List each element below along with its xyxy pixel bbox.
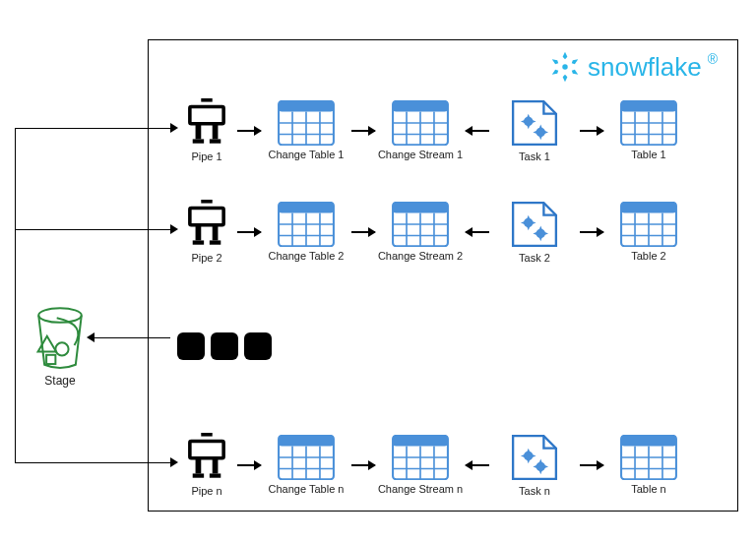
svg-rect-19: [393, 101, 448, 112]
change-table: Change Table 1: [262, 100, 350, 160]
change-table-label: Change Table 1: [269, 149, 345, 160]
change-stream-label: Change Stream n: [378, 483, 463, 495]
diagram-canvas: snowflake ® Stage: [0, 0, 756, 542]
arrow-left-icon: [466, 231, 489, 233]
arrow-right-icon: [237, 130, 261, 132]
pipe-label: Pipe n: [191, 485, 221, 497]
table-icon: [392, 100, 449, 146]
table: Table 2: [604, 202, 693, 262]
pipe: Pipe 2: [177, 200, 236, 264]
task: Task n: [490, 433, 579, 497]
arrow-right-icon: [351, 130, 375, 132]
table-label: Table 1: [631, 149, 665, 160]
svg-rect-67: [193, 473, 204, 477]
connector-line: [15, 462, 170, 463]
task: Task 1: [490, 98, 579, 162]
table-icon: [278, 435, 335, 480]
arrowhead-icon: [87, 332, 94, 342]
arrow-right-icon: [580, 464, 603, 466]
table-icon: [392, 202, 449, 247]
svg-rect-77: [393, 436, 448, 447]
svg-rect-9: [193, 139, 204, 143]
connector-line: [94, 337, 170, 338]
svg-rect-66: [213, 458, 219, 474]
svg-rect-64: [190, 442, 223, 458]
svg-rect-37: [213, 225, 219, 241]
change-stream-label: Change Stream 2: [378, 250, 463, 262]
task-icon: [510, 98, 559, 148]
table-icon: [278, 202, 335, 247]
arrow-right-icon: [580, 231, 603, 233]
table-icon: [392, 435, 449, 480]
svg-rect-6: [190, 107, 223, 124]
pipe-icon: [184, 433, 229, 482]
stage: Stage: [28, 305, 93, 388]
pipe-icon: [184, 200, 229, 249]
svg-rect-57: [621, 203, 676, 213]
task-label: Task 1: [519, 151, 550, 162]
svg-rect-38: [193, 240, 204, 244]
pipe-icon: [184, 98, 229, 148]
task-icon: [510, 433, 559, 482]
stage-label: Stage: [44, 374, 75, 388]
table-label: Table n: [631, 483, 665, 495]
svg-rect-41: [279, 203, 334, 213]
brand-registered: ®: [708, 51, 718, 67]
svg-rect-65: [196, 458, 202, 474]
table-label: Table 2: [631, 250, 665, 262]
arrow-right-icon: [237, 231, 261, 233]
pipe-label: Pipe 1: [191, 151, 221, 162]
brand-text: snowflake: [588, 52, 702, 83]
change-stream: Change Stream n: [376, 435, 465, 495]
table: Table 1: [604, 100, 693, 160]
table-icon: [278, 100, 335, 146]
task-label: Task 2: [519, 252, 550, 264]
change-stream: Change Stream 2: [376, 202, 465, 262]
change-table: Change Table n: [262, 435, 350, 495]
arrow-right-icon: [351, 464, 375, 466]
svg-rect-7: [196, 124, 202, 140]
svg-rect-34: [201, 200, 212, 204]
svg-rect-4: [46, 355, 55, 364]
svg-point-1: [38, 308, 82, 323]
svg-rect-28: [621, 101, 676, 112]
svg-point-0: [562, 64, 567, 69]
change-stream-label: Change Stream 1: [378, 149, 463, 160]
pipe: Pipe 1: [177, 98, 236, 162]
svg-rect-86: [621, 436, 676, 447]
arrow-right-icon: [237, 464, 261, 466]
arrow-left-icon: [466, 464, 489, 466]
pipeline-row-2: Pipe 2 Change Table 2: [177, 200, 693, 264]
svg-rect-36: [196, 225, 202, 241]
svg-rect-48: [393, 203, 448, 213]
svg-rect-63: [201, 433, 212, 437]
change-table: Change Table 2: [262, 202, 350, 262]
svg-rect-8: [213, 124, 219, 140]
arrow-right-icon: [351, 231, 375, 233]
change-table-label: Change Table n: [269, 483, 345, 495]
svg-rect-68: [210, 473, 220, 477]
svg-rect-70: [279, 436, 334, 447]
task: Task 2: [490, 200, 579, 264]
table: Table n: [604, 435, 693, 495]
connector-line: [15, 229, 170, 230]
pipeline-row-1: Pipe 1 Change Table 1: [177, 98, 693, 162]
connector-line: [15, 128, 170, 129]
snowflake-icon: [548, 50, 582, 84]
pipeline-row-n: Pipe n Change Table n: [177, 433, 693, 497]
pipe: Pipe n: [177, 433, 236, 497]
task-label: Task n: [519, 485, 550, 497]
bucket-icon: [28, 305, 93, 370]
arrow-left-icon: [466, 130, 489, 132]
connector-line: [15, 128, 16, 462]
pipe-label: Pipe 2: [191, 252, 221, 264]
svg-rect-12: [279, 101, 334, 112]
task-icon: [510, 200, 559, 249]
svg-rect-10: [210, 139, 220, 143]
svg-rect-35: [190, 209, 223, 225]
change-table-label: Change Table 2: [269, 250, 345, 262]
arrow-right-icon: [580, 130, 603, 132]
table-icon: [620, 202, 677, 247]
ellipsis: [177, 325, 278, 369]
svg-point-3: [55, 342, 68, 355]
